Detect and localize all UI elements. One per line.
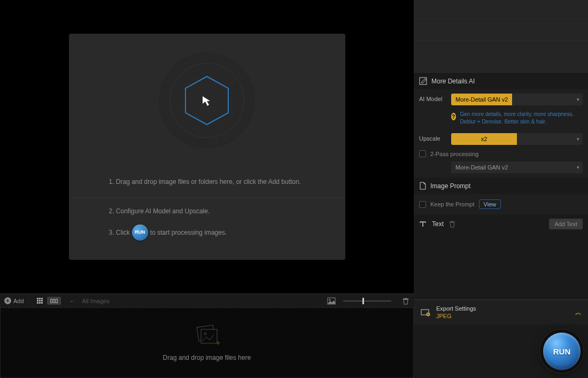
slider-handle[interactable] — [362, 298, 364, 304]
add-text-button[interactable]: Add Text — [549, 219, 583, 229]
bottom-toolbar: + Add ← All Images — [0, 294, 414, 307]
chevron-down-icon: ▾ — [577, 165, 579, 170]
filmstrip-placeholder-icon: + — [194, 324, 220, 346]
chevron-down-icon: ▾ — [577, 97, 579, 102]
back-arrow-icon[interactable]: ← — [69, 297, 76, 305]
drop-instructions: 1. Drag and drop image files or folders … — [69, 167, 345, 260]
upscale-value: x2 — [451, 133, 517, 145]
two-pass-model-dropdown[interactable]: More-Detail GAN v2 ▾ — [451, 161, 583, 173]
image-prompt-header: Image Prompt — [414, 178, 588, 194]
add-button[interactable]: + Add — [4, 297, 24, 304]
grid-view-button[interactable] — [34, 297, 46, 305]
chevron-down-icon: ▾ — [577, 136, 579, 142]
two-pass-label: 2-Pass processing — [430, 151, 479, 157]
text-icon — [419, 220, 427, 228]
step-1: 1. Drag and drop image files or folders … — [109, 177, 305, 187]
trash-icon[interactable] — [402, 297, 409, 305]
run-area: RUN — [414, 325, 588, 378]
export-title: Export Settings — [436, 305, 476, 312]
upscale-label: Upscale — [419, 133, 446, 142]
drop-panel[interactable]: 1. Drag and drop image files or folders … — [69, 34, 345, 260]
keep-prompt-checkbox[interactable] — [419, 201, 426, 208]
view-prompt-button[interactable]: View — [479, 199, 501, 209]
step3-post: to start processing images. — [150, 228, 227, 237]
image-icon — [327, 297, 336, 305]
two-pass-model-value: More-Detail GAN v2 — [455, 164, 508, 171]
ai-model-value: More-Detail GAN v2 — [451, 94, 512, 105]
grid-icon — [37, 298, 43, 304]
filmstrip-icon — [50, 299, 58, 303]
sidebar: More Details AI AI Model More-Detail GAN… — [414, 0, 588, 378]
run-button[interactable]: RUN — [543, 333, 581, 370]
cursor-icon — [200, 94, 213, 107]
svg-point-2 — [329, 299, 331, 300]
text-label: Text — [432, 220, 444, 228]
plus-icon: + — [4, 297, 11, 304]
step3-pre: 3. Click — [109, 228, 130, 237]
details-icon — [419, 77, 427, 85]
main-canvas: 1. Drag and drop image files or folders … — [0, 0, 414, 294]
step-2: 2. Configure AI Model and Upscale. — [109, 206, 305, 216]
delete-text-icon[interactable] — [449, 220, 455, 228]
keep-prompt-label: Keep the Prompt — [430, 201, 475, 207]
export-icon — [420, 308, 431, 317]
drop-hero[interactable] — [69, 34, 345, 167]
svg-text:+: + — [216, 338, 220, 346]
expand-icon[interactable]: ︽ — [575, 308, 582, 317]
svg-rect-4 — [201, 329, 217, 343]
filmstrip-hint: Drag and drop image files here — [163, 354, 251, 361]
step-3: 3. Click RUN to start processing images. — [109, 225, 305, 241]
model-description: Gen more details, more clarity, more sha… — [460, 111, 583, 126]
export-settings[interactable]: Export Settings JPEG ︽ — [414, 299, 588, 325]
prompt-title: Image Prompt — [430, 182, 470, 190]
more-details-header: More Details AI — [414, 73, 588, 89]
upscale-dropdown[interactable]: x2 ▾ — [451, 133, 583, 145]
export-format: JPEG — [436, 313, 476, 319]
help-icon[interactable]: ? — [451, 113, 456, 120]
thumbnail-size-slider[interactable] — [343, 300, 391, 302]
all-images-label: All Images — [82, 298, 110, 304]
two-pass-checkbox[interactable] — [419, 150, 426, 157]
prompt-icon — [419, 182, 426, 190]
ai-model-dropdown[interactable]: More-Detail GAN v2 ▾ — [451, 94, 583, 105]
ai-model-label: AI Model — [419, 94, 446, 102]
preview-area — [414, 0, 588, 73]
filmstrip-view-button[interactable] — [47, 297, 61, 305]
filmstrip-dropzone[interactable]: + Drag and drop image files here — [0, 307, 414, 378]
text-section: Text Add Text — [414, 214, 588, 234]
svg-rect-7 — [420, 78, 427, 84]
run-inline-icon: RUN — [132, 225, 148, 241]
details-title: More Details AI — [431, 78, 475, 85]
add-label: Add — [13, 298, 24, 304]
